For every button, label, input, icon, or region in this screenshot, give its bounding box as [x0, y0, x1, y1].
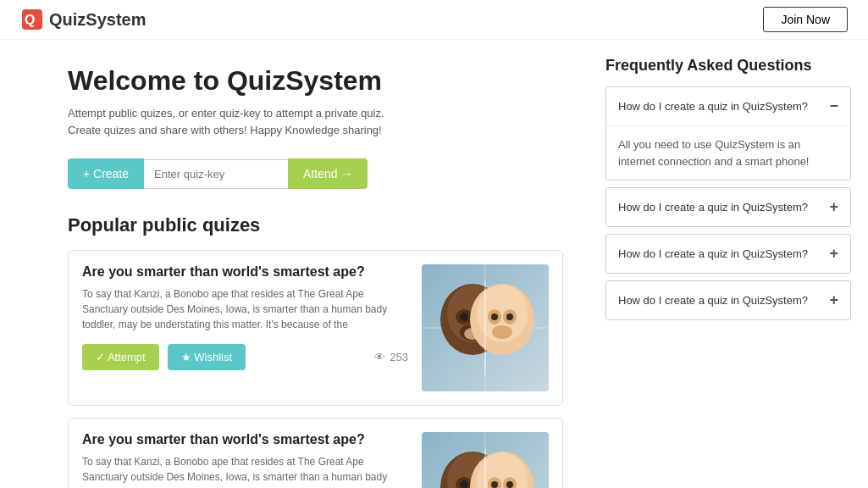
- attempt-button[interactable]: ✓ Attempt: [82, 344, 159, 370]
- main-container: Welcome to QuizSystem Attempt public qui…: [0, 40, 868, 488]
- quiz-card-content: Are you smarter than world's smartest ap…: [82, 264, 408, 370]
- faq-item: How do I create a quiz in QuizSystem? +: [605, 280, 851, 320]
- faq-item: How do I create a quiz in QuizSystem? +: [605, 234, 851, 274]
- faq-title: Frequently Asked Questions: [605, 57, 851, 75]
- action-row: + Create Attend →: [68, 158, 563, 189]
- svg-point-20: [506, 313, 513, 320]
- quiz-image: [422, 264, 549, 391]
- faq-question: How do I create a quiz in QuizSystem?: [618, 294, 808, 307]
- faq-answer: All you need to use QuizSystem is an int…: [618, 138, 809, 168]
- subtitle-line1: Attempt public quizes, or enter quiz-key…: [68, 107, 384, 119]
- quiz-card: Are you smarter than world's smartest ap…: [68, 418, 563, 488]
- page-title: Welcome to QuizSystem: [68, 65, 563, 97]
- svg-point-41: [506, 481, 513, 488]
- faq-question: How do I create a quiz in QuizSystem?: [618, 247, 808, 260]
- quiz-card-desc: To say that Kanzi, a Bonobo ape that res…: [82, 286, 408, 332]
- brand-name: QuizSystem: [49, 10, 146, 30]
- faq-question: How do I create a quiz in QuizSystem?: [618, 201, 808, 214]
- svg-point-11: [460, 313, 468, 321]
- brand-icon: Q: [20, 8, 44, 31]
- brand: Q QuizSystem: [20, 8, 146, 31]
- faq-expand-icon: +: [829, 198, 838, 216]
- wishlist-button[interactable]: ★ Wishlist: [168, 344, 246, 370]
- faq-expand-icon: +: [829, 291, 838, 309]
- subtitle-line2: Create quizes and share with others! Hap…: [68, 124, 382, 136]
- create-button[interactable]: + Create: [68, 158, 144, 189]
- left-content: Welcome to QuizSystem Attempt public qui…: [0, 40, 597, 488]
- quiz-image: [422, 432, 549, 488]
- svg-text:Q: Q: [25, 13, 35, 27]
- faq-item: How do I create a quiz in QuizSystem? +: [605, 187, 851, 227]
- faq-question: How do I create a quiz in QuizSystem?: [618, 100, 808, 113]
- svg-point-21: [492, 325, 512, 339]
- quiz-card-content: Are you smarter than world's smartest ap…: [82, 432, 408, 488]
- svg-point-19: [491, 313, 498, 320]
- quiz-card-desc: To say that Kanzi, a Bonobo ape that res…: [82, 454, 408, 488]
- faq-header[interactable]: How do I create a quiz in QuizSystem? +: [606, 188, 850, 226]
- view-count-value: 253: [390, 351, 408, 363]
- faq-expand-icon: +: [829, 245, 838, 263]
- view-count: 👁 253: [374, 351, 408, 363]
- join-now-button[interactable]: Join Now: [763, 7, 848, 32]
- eye-icon: 👁: [374, 351, 385, 363]
- quiz-card-actions: ✓ Attempt ★ Wishlist 👁 253: [82, 344, 408, 370]
- faq-collapse-icon: −: [829, 97, 838, 115]
- faq-header[interactable]: How do I create a quiz in QuizSystem? +: [606, 235, 850, 273]
- svg-point-40: [491, 481, 498, 488]
- faq-body: All you need to use QuizSystem is an int…: [606, 125, 850, 180]
- navbar: Q QuizSystem Join Now: [0, 0, 868, 40]
- faq-header[interactable]: How do I create a quiz in QuizSystem? −: [606, 87, 850, 125]
- popular-title: Popular public quizes: [68, 214, 563, 236]
- attend-button[interactable]: Attend →: [288, 158, 368, 189]
- quiz-key-input[interactable]: [144, 159, 288, 189]
- quiz-card-title: Are you smarter than world's smartest ap…: [82, 432, 408, 447]
- quiz-card-title: Are you smarter than world's smartest ap…: [82, 264, 408, 280]
- page-subtitle: Attempt public quizes, or enter quiz-key…: [68, 105, 563, 138]
- quiz-card: Are you smarter than world's smartest ap…: [68, 250, 563, 406]
- right-sidebar: Frequently Asked Questions How do I crea…: [597, 40, 868, 488]
- faq-item: How do I create a quiz in QuizSystem? − …: [605, 86, 851, 180]
- faq-header[interactable]: How do I create a quiz in QuizSystem? +: [606, 281, 850, 319]
